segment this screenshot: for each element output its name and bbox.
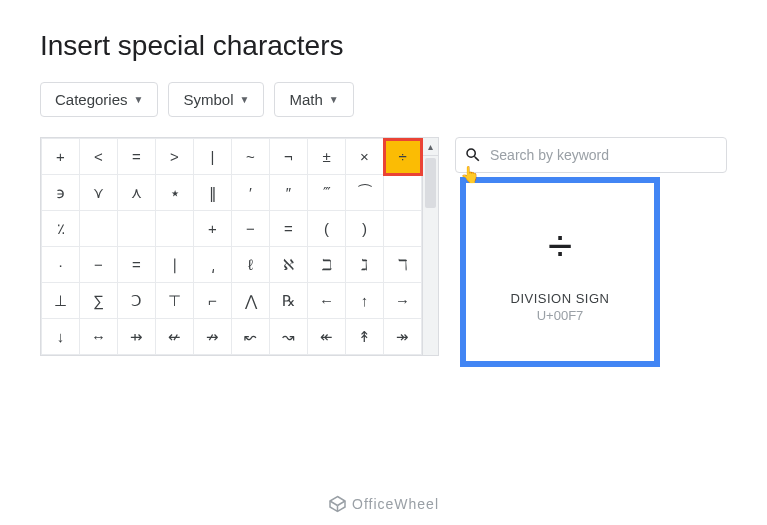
char-cell[interactable]: ͵ xyxy=(194,247,232,283)
char-cell[interactable]: ⋎ xyxy=(80,175,118,211)
char-cell[interactable]: ٭ xyxy=(156,175,194,211)
math-dropdown[interactable]: Math ▼ xyxy=(274,82,353,117)
char-cell[interactable]: ℓ xyxy=(232,247,270,283)
char-cell[interactable]: ↛ xyxy=(194,319,232,355)
char-cell[interactable] xyxy=(384,211,422,247)
char-cell[interactable]: < xyxy=(80,139,118,175)
char-cell[interactable]: ∣ xyxy=(156,247,194,283)
caret-down-icon: ▼ xyxy=(134,94,144,105)
char-cell[interactable]: ↟ xyxy=(346,319,384,355)
char-cell[interactable]: = xyxy=(270,211,308,247)
char-cell[interactable]: ↠ xyxy=(384,319,422,355)
char-cell[interactable]: ‖ xyxy=(194,175,232,211)
char-cell[interactable] xyxy=(384,175,422,211)
char-cell[interactable]: ) xyxy=(346,211,384,247)
char-cell[interactable]: ~ xyxy=(232,139,270,175)
char-cell[interactable]: ( xyxy=(308,211,346,247)
char-cell[interactable]: − xyxy=(232,211,270,247)
character-grid: +<=>|~¬±×÷϶⋎⋏٭‖′″‴⁀٪+−=()·−=∣͵ℓℵℶℷℸ⊥∑Ͻ⊤⌐… xyxy=(41,138,422,355)
filter-dropdowns: Categories ▼ Symbol ▼ Math ▼ xyxy=(40,82,727,117)
character-grid-wrap: +<=>|~¬±×÷϶⋎⋏٭‖′″‴⁀٪+−=()·−=∣͵ℓℵℶℷℸ⊥∑Ͻ⊤⌐… xyxy=(40,137,439,356)
search-box[interactable] xyxy=(455,137,727,173)
char-cell[interactable]: ↑ xyxy=(346,283,384,319)
char-cell[interactable]: ∑ xyxy=(80,283,118,319)
char-cell[interactable]: + xyxy=(194,211,232,247)
char-cell[interactable]: ℸ xyxy=(384,247,422,283)
char-cell[interactable]: ⋏ xyxy=(118,175,156,211)
char-cell[interactable]: ⊤ xyxy=(156,283,194,319)
logo-icon xyxy=(328,495,346,513)
char-cell[interactable]: ϶ xyxy=(42,175,80,211)
search-input[interactable] xyxy=(490,147,718,163)
math-label: Math xyxy=(289,91,322,108)
char-cell[interactable]: ↝ xyxy=(270,319,308,355)
char-cell[interactable]: → xyxy=(384,283,422,319)
watermark: OfficeWheel xyxy=(328,495,439,513)
char-cell[interactable]: ↔ xyxy=(80,319,118,355)
char-cell[interactable]: ↓ xyxy=(42,319,80,355)
char-cell[interactable]: ⋀ xyxy=(232,283,270,319)
tooltip-name: DIVISION SIGN xyxy=(511,291,610,306)
categories-dropdown[interactable]: Categories ▼ xyxy=(40,82,158,117)
char-cell[interactable]: = xyxy=(118,247,156,283)
main-area: +<=>|~¬±×÷϶⋎⋏٭‖′″‴⁀٪+−=()·−=∣͵ℓℵℶℷℸ⊥∑Ͻ⊤⌐… xyxy=(40,137,727,356)
character-tooltip: ÷ DIVISION SIGN U+00F7 xyxy=(460,177,660,367)
char-cell[interactable]: = xyxy=(118,139,156,175)
scroll-thumb[interactable] xyxy=(425,158,436,208)
char-cell[interactable] xyxy=(156,211,194,247)
char-cell[interactable]: ℵ xyxy=(270,247,308,283)
char-cell[interactable]: > xyxy=(156,139,194,175)
char-cell[interactable]: · xyxy=(42,247,80,283)
svg-line-1 xyxy=(330,501,338,506)
char-cell[interactable]: ′ xyxy=(232,175,270,211)
char-cell[interactable]: + xyxy=(42,139,80,175)
char-cell[interactable]: ⁀ xyxy=(346,175,384,211)
char-cell[interactable]: | xyxy=(194,139,232,175)
char-cell[interactable]: ℷ xyxy=(346,247,384,283)
char-cell[interactable]: ⊥ xyxy=(42,283,80,319)
char-cell[interactable]: ″ xyxy=(270,175,308,211)
char-cell[interactable]: ¬ xyxy=(270,139,308,175)
watermark-text: OfficeWheel xyxy=(352,496,439,512)
symbol-label: Symbol xyxy=(183,91,233,108)
char-cell[interactable]: ↚ xyxy=(156,319,194,355)
char-cell[interactable]: ٪ xyxy=(42,211,80,247)
caret-down-icon: ▼ xyxy=(239,94,249,105)
char-cell[interactable]: ⇸ xyxy=(118,319,156,355)
char-cell[interactable]: ‴ xyxy=(308,175,346,211)
char-cell[interactable]: ↞ xyxy=(308,319,346,355)
char-cell[interactable]: ℶ xyxy=(308,247,346,283)
symbol-dropdown[interactable]: Symbol ▼ xyxy=(168,82,264,117)
search-icon xyxy=(464,146,482,164)
char-cell[interactable]: ↜ xyxy=(232,319,270,355)
char-cell[interactable]: ⌐ xyxy=(194,283,232,319)
char-cell[interactable] xyxy=(80,211,118,247)
caret-down-icon: ▼ xyxy=(329,94,339,105)
char-cell[interactable]: × xyxy=(346,139,384,175)
scroll-up-icon[interactable]: ▴ xyxy=(423,138,438,156)
char-cell[interactable]: − xyxy=(80,247,118,283)
char-cell[interactable]: ÷ xyxy=(384,139,422,175)
grid-scrollbar[interactable]: ▴ xyxy=(422,138,438,355)
svg-line-2 xyxy=(337,501,345,506)
char-cell[interactable]: ± xyxy=(308,139,346,175)
char-cell[interactable]: ← xyxy=(308,283,346,319)
char-cell[interactable]: Ͻ xyxy=(118,283,156,319)
tooltip-code: U+00F7 xyxy=(537,308,584,323)
categories-label: Categories xyxy=(55,91,128,108)
char-cell[interactable]: ℞ xyxy=(270,283,308,319)
dialog-title: Insert special characters xyxy=(40,30,727,62)
char-cell[interactable] xyxy=(118,211,156,247)
tooltip-char: ÷ xyxy=(548,221,572,271)
